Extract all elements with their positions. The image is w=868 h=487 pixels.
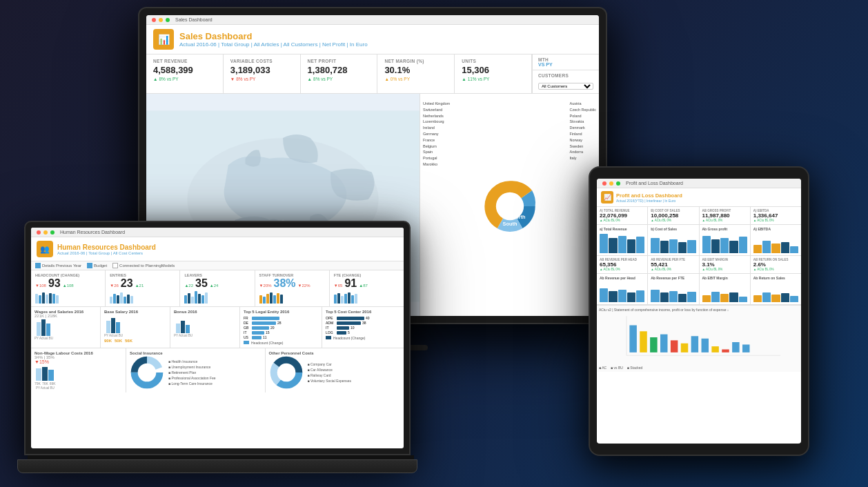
legal-bar-de <box>252 321 276 325</box>
legend-longterm: ■ Long-Term Care Insurance <box>168 381 216 386</box>
kpi-net-profit-label: NET PROFIT <box>308 59 371 63</box>
w-bar4 <box>660 335 668 352</box>
pl-bar-gross-title: Ab Gross profit <box>702 227 747 231</box>
legal-label-de: DE <box>244 321 250 325</box>
legal-bar-us <box>252 336 262 339</box>
connected-checkbox[interactable]: Connected to PlanningModels <box>112 263 175 268</box>
w-bar12 <box>742 345 750 352</box>
rev-bar2 <box>609 238 617 253</box>
top5-cost-title: Top 5 Cost Center 2016 <box>326 310 400 314</box>
pl-header: 📈 Profit and Loss Dashboard Actual 2016(… <box>597 188 801 207</box>
east-label: East <box>512 206 523 212</box>
ebitda-bar1 <box>753 245 762 253</box>
cost-val-log: 5 <box>348 330 350 335</box>
laptop-frame: Human Resources Dashboard 👥 Human Resour… <box>24 221 411 455</box>
leavers-bars <box>184 290 250 304</box>
ebitda-bar5 <box>790 246 798 253</box>
hr-icon: 👥 <box>37 241 53 257</box>
bar1 <box>35 294 38 304</box>
w-bar1 <box>629 326 637 352</box>
entries-bars <box>110 290 175 304</box>
pl-bar-revhead2-title: Ab Revenue per Head <box>600 276 644 280</box>
fte-prev: ▼65 <box>334 284 343 288</box>
turnover-prev: ▼20% <box>259 284 272 288</box>
connected-label: Connected to PlanningModels <box>119 264 175 268</box>
bar1 <box>259 295 262 304</box>
cost-bar5 <box>687 240 696 253</box>
cost-val-adm: 38 <box>362 321 366 325</box>
w-bar5 <box>671 340 678 352</box>
tablet-window-title: Profit and Loss Dashboard <box>626 181 683 186</box>
country-ma: Marokko <box>423 161 450 168</box>
cost-row-log: LOG 5 <box>326 330 400 335</box>
svg-point-10 <box>280 367 292 379</box>
country-de: Germany <box>423 131 450 137</box>
w-bar9 <box>711 346 719 352</box>
country-pl: Poland <box>569 113 596 119</box>
west-label: West <box>504 198 516 204</box>
bar6 <box>127 295 130 304</box>
laptop-base <box>17 459 417 473</box>
headcount-value: 93 <box>48 277 61 290</box>
pl-ebit-change: ▲ ACtu BL 0% <box>702 268 747 271</box>
legal-val-de: 28 <box>277 321 282 325</box>
kpi-variable-costs: VARIABLE COSTS 3,189,033 8% vs PY <box>224 54 301 93</box>
pl-kpi-ebit: Ab EBIT Margin 3.1% ▲ ACtu BL 0% <box>700 256 751 273</box>
headcount-bars <box>35 290 101 304</box>
wages-bar-py <box>37 322 41 336</box>
pl-bar-section1: a) Total Revenue b) Cost of Sales <box>597 225 801 256</box>
rh-bar4 <box>627 292 635 302</box>
wages-bar-actual <box>41 319 46 336</box>
bonus-bar-label: PY Actual BU <box>174 334 193 337</box>
cost-row-adm: ADM 38 <box>326 321 400 325</box>
pl-subtitle: Actual 2016(YTD) | Interlinear | In Euro <box>616 199 682 203</box>
country-pt: Portugal <box>423 155 450 161</box>
hr-kpi-turnover: Staff Turnover ▼20% 38% ▼22% <box>255 270 330 306</box>
kpi-units-label: UNITS <box>462 59 524 63</box>
legend-cost <box>326 336 331 339</box>
leavers-next: ▲24 <box>210 284 219 288</box>
base-values: 90K 50K 56K <box>104 339 166 343</box>
kpi-variable-costs-value: 3,189,033 <box>230 65 293 75</box>
w-bar8 <box>702 339 709 352</box>
pl-revhead-value: 65,356 <box>600 261 644 268</box>
pl-ebitda-bars <box>753 232 798 253</box>
cost-label-log: LOG <box>326 330 335 335</box>
w-bar3 <box>650 337 658 352</box>
kpi-variable-costs-change: 8% vs PY <box>230 77 293 81</box>
country-ch: Switzerland <box>423 107 450 113</box>
legal-row-us: US 11 <box>244 335 318 339</box>
bar7 <box>56 295 59 304</box>
gross-bar1 <box>702 236 711 253</box>
rh-bar5 <box>636 290 644 302</box>
top5-legal-bars: FR DE 28 GB 20 <box>244 316 318 339</box>
customers-select[interactable]: All Customers <box>538 83 593 90</box>
bar2 <box>263 297 266 304</box>
budget-checkbox[interactable]: Budget <box>87 263 107 268</box>
bar2 <box>113 294 116 304</box>
hr-title-block: Human Resources Dashboard Actual 2016-06… <box>57 244 156 255</box>
gross-bar2 <box>711 239 720 253</box>
min-dot-t <box>609 181 613 186</box>
pl-kpi-ebitda: A) EBITDA 1,336,647 ▲ ACtu BL 0% <box>751 207 801 224</box>
pl-ros-change: ▲ ACtu BL 0% <box>753 268 798 271</box>
pl-kpi-row2: Ab Revenue per Head 65,356 ▲ ACtu BL 0% … <box>597 256 801 274</box>
rh-bar2 <box>609 291 617 302</box>
legal-val-it: 15 <box>266 330 270 335</box>
laptop: Human Resources Dashboard 👥 Human Resour… <box>24 221 417 473</box>
pl-bar-ros2-title: Ab Return on Sales <box>753 276 798 280</box>
pl-revhead-change: ▲ ACtu BL 0% <box>600 268 644 271</box>
donut-chart: West East North South <box>472 168 548 244</box>
em-bar3 <box>720 294 729 302</box>
bar5 <box>124 297 126 304</box>
bar4 <box>46 295 48 304</box>
kpi-net-margin-value: 30.1% <box>384 65 447 75</box>
pl-cost-value: 10,000,258 <box>651 212 696 219</box>
laptop-window-title: Human Resources Dashboard <box>60 230 125 235</box>
hr-kpi-headcount: Headcount (Change) ▼108 93 ▲108 <box>31 270 106 306</box>
pl-revenue-change: ▲ ACtu BL 0% <box>600 219 644 222</box>
details-py-checkbox[interactable]: Details Previous Year <box>35 263 81 268</box>
rf-bar2 <box>660 292 669 302</box>
cost-label-ope: OPE <box>326 316 335 320</box>
tablet-title-bar: Profit and Loss Dashboard <box>597 179 801 188</box>
